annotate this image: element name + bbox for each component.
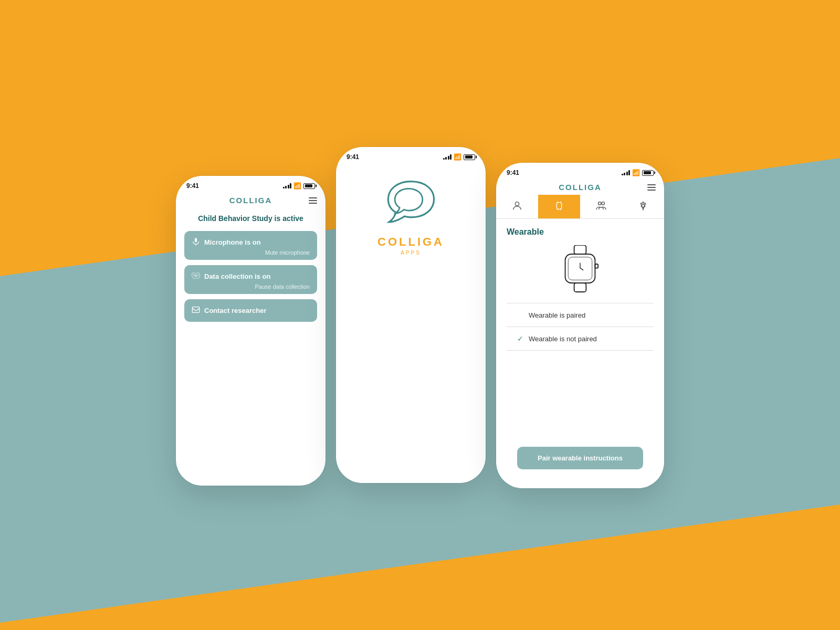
data-collection-button[interactable]: Data collection is on Pause data collect… xyxy=(184,265,317,294)
time-left: 9:41 xyxy=(186,182,199,190)
group-tab-icon xyxy=(595,200,607,212)
contact-btn-top: Contact researcher xyxy=(192,306,310,316)
app-title-left: COLLIGA xyxy=(229,196,272,205)
tab-settings[interactable] xyxy=(622,195,664,218)
svg-rect-9 xyxy=(595,264,598,268)
splash-screen: COLLIGA APPS xyxy=(336,164,486,266)
phone-left: 9:41 📶 COLLIGA Child Behavior Study is a… xyxy=(176,176,326,486)
svg-rect-10 xyxy=(574,283,586,292)
wearable-section: Wearable xyxy=(496,219,664,359)
status-icons-left: 📶 xyxy=(283,182,316,190)
battery-icon-left xyxy=(303,183,315,189)
tab-profile[interactable] xyxy=(496,195,538,218)
menu-button-left[interactable] xyxy=(309,197,317,204)
tab-group[interactable] xyxy=(580,195,622,218)
wearable-paired-label: Wearable is paired xyxy=(529,311,585,319)
svg-rect-8 xyxy=(568,257,592,280)
signal-icon-center xyxy=(443,154,452,160)
scene: 9:41 📶 COLLIGA Child Behavior Study is a… xyxy=(0,0,840,630)
svg-rect-0 xyxy=(192,307,199,313)
mail-icon xyxy=(192,306,200,316)
status-icons-right: 📶 xyxy=(622,169,654,176)
wifi-status-icon-center: 📶 xyxy=(454,153,461,161)
status-bar-left: 9:41 📶 xyxy=(176,176,326,193)
signal-icon-right xyxy=(622,170,631,175)
contact-label: Contact researcher xyxy=(204,307,267,314)
pair-btn-label: Pair wearable instructions xyxy=(538,454,623,462)
wearable-tab-icon xyxy=(553,200,565,212)
svg-point-3 xyxy=(598,202,602,205)
pair-wearable-button[interactable]: Pair wearable instructions xyxy=(517,447,643,469)
data-collection-icon xyxy=(192,271,200,281)
app-header-left: COLLIGA xyxy=(176,193,326,208)
svg-point-5 xyxy=(642,204,645,207)
wearable-not-paired-label: Wearable is not paired xyxy=(529,335,597,343)
svg-point-1 xyxy=(515,202,519,206)
svg-point-4 xyxy=(602,202,605,205)
wearable-title: Wearable xyxy=(507,227,654,237)
study-title: Child Behavior Study is active xyxy=(176,208,326,231)
wearable-not-paired-option[interactable]: ✓ Wearable is not paired xyxy=(507,327,654,351)
app-title-right: COLLIGA xyxy=(559,183,602,192)
microphone-button[interactable]: Microphone is on Mute microphone xyxy=(184,231,317,260)
status-icons-center: 📶 xyxy=(443,153,476,161)
phone-right: 9:41 📶 COLLIGA xyxy=(496,163,664,488)
tab-wearable[interactable] xyxy=(538,195,580,218)
time-center: 9:41 xyxy=(346,153,359,161)
svg-rect-7 xyxy=(565,254,595,283)
microphone-label: Microphone is on xyxy=(204,238,261,246)
wifi-status-icon-right: 📶 xyxy=(632,169,640,176)
microphone-sub: Mute microphone xyxy=(192,249,310,256)
data-collection-label: Data collection is on xyxy=(204,272,270,280)
watch-svg xyxy=(559,245,601,292)
not-paired-check: ✓ xyxy=(517,334,523,343)
app-header-right: COLLIGA xyxy=(496,180,664,195)
wearable-paired-option[interactable]: ✓ Wearable is paired xyxy=(507,303,654,327)
tab-bar xyxy=(496,195,664,219)
status-bar-center: 9:41 📶 xyxy=(336,147,486,164)
microphone-btn-top: Microphone is on xyxy=(192,237,310,247)
menu-button-right[interactable] xyxy=(647,184,656,191)
svg-rect-2 xyxy=(556,203,561,209)
microphone-icon xyxy=(192,237,200,247)
splash-app-sub: APPS xyxy=(401,250,421,256)
wifi-status-icon-left: 📶 xyxy=(293,182,301,190)
phone-right-inner: 9:41 📶 COLLIGA xyxy=(496,163,664,488)
time-right: 9:41 xyxy=(507,169,519,176)
battery-icon-center xyxy=(464,154,475,160)
data-collection-sub: Pause data collection xyxy=(192,284,310,290)
splash-app-name: COLLIGA xyxy=(377,235,444,249)
phone-center: 9:41 📶 COLLIGA APPS xyxy=(336,147,486,483)
contact-button[interactable]: Contact researcher xyxy=(184,299,317,322)
svg-rect-6 xyxy=(574,245,586,254)
battery-icon-right xyxy=(642,170,654,176)
status-bar-right: 9:41 📶 xyxy=(496,163,664,180)
settings-tab-icon xyxy=(637,200,649,212)
watch-illustration xyxy=(507,245,654,292)
data-btn-top: Data collection is on xyxy=(192,271,310,281)
profile-tab-icon xyxy=(511,200,523,212)
signal-icon-left xyxy=(283,183,292,188)
colliga-logo xyxy=(380,174,443,227)
